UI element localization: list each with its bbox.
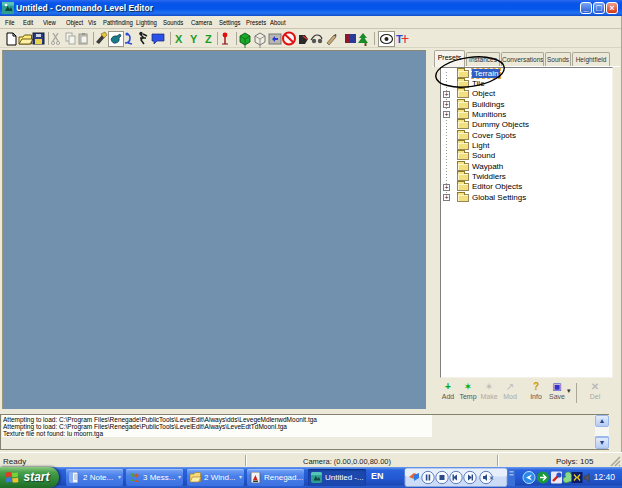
svg-text:X: X [175,33,183,45]
svg-text:Z: Z [205,33,212,45]
svg-text:Y: Y [190,33,198,45]
